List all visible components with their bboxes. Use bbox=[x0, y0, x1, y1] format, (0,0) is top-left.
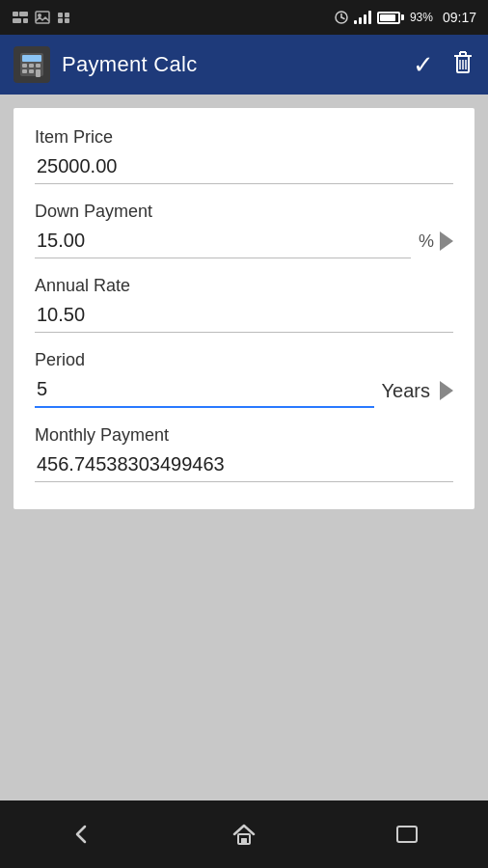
period-unit-label: Years bbox=[382, 380, 430, 408]
svg-rect-14 bbox=[22, 55, 41, 62]
battery-label: 93% bbox=[410, 11, 433, 24]
svg-rect-20 bbox=[36, 69, 41, 77]
svg-rect-9 bbox=[65, 18, 69, 23]
svg-rect-17 bbox=[36, 64, 41, 68]
svg-line-12 bbox=[341, 17, 344, 19]
clock-icon bbox=[335, 11, 348, 24]
period-label: Period bbox=[35, 350, 453, 370]
period-wrapper: Years bbox=[35, 374, 453, 408]
recents-button[interactable] bbox=[378, 810, 436, 858]
item-price-group: Item Price bbox=[35, 127, 453, 184]
period-unit-wrap: Years bbox=[374, 380, 453, 408]
monthly-payment-value: 456.74538303499463 bbox=[35, 449, 453, 482]
item-price-input[interactable] bbox=[35, 151, 453, 184]
svg-rect-15 bbox=[22, 64, 27, 68]
toolbar-actions: ✓ bbox=[413, 50, 474, 80]
time-label: 09:17 bbox=[443, 10, 476, 25]
period-group: Period Years bbox=[35, 350, 453, 408]
svg-rect-19 bbox=[29, 69, 34, 73]
monthly-payment-label: Monthly Payment bbox=[35, 425, 453, 446]
down-payment-group: Down Payment % bbox=[35, 202, 453, 258]
annual-rate-input[interactable] bbox=[35, 300, 453, 333]
recents-icon bbox=[393, 821, 420, 848]
down-payment-input[interactable] bbox=[35, 226, 411, 258]
calculator-icon bbox=[18, 51, 45, 78]
percent-label: % bbox=[419, 231, 434, 258]
svg-rect-0 bbox=[13, 12, 18, 16]
item-price-label: Item Price bbox=[35, 127, 453, 148]
svg-rect-18 bbox=[22, 69, 27, 73]
toolbar: Payment Calc ✓ bbox=[0, 35, 488, 95]
svg-rect-16 bbox=[29, 64, 34, 68]
period-input[interactable] bbox=[35, 374, 374, 408]
home-icon bbox=[230, 821, 258, 848]
period-input-wrap bbox=[35, 374, 374, 408]
battery-icon bbox=[377, 12, 404, 24]
svg-rect-7 bbox=[65, 13, 69, 17]
delete-button[interactable] bbox=[451, 50, 474, 80]
home-button[interactable] bbox=[215, 810, 273, 858]
svg-rect-1 bbox=[19, 12, 28, 16]
svg-rect-6 bbox=[58, 13, 63, 17]
trash-icon bbox=[451, 50, 474, 75]
svg-rect-30 bbox=[241, 838, 247, 844]
confirm-button[interactable]: ✓ bbox=[413, 50, 434, 80]
svg-rect-4 bbox=[36, 12, 49, 23]
bb-icon bbox=[56, 11, 71, 24]
main-content: Item Price Down Payment % Annual Rate Pe… bbox=[0, 95, 488, 800]
app-icon bbox=[14, 46, 50, 83]
svg-rect-3 bbox=[23, 18, 28, 23]
monthly-payment-group: Monthly Payment 456.74538303499463 bbox=[35, 425, 453, 482]
down-payment-wrapper: % bbox=[35, 226, 453, 258]
image-icon bbox=[35, 11, 50, 24]
svg-rect-2 bbox=[13, 18, 21, 23]
status-bar-left bbox=[12, 11, 71, 24]
menu-icon bbox=[12, 11, 29, 24]
down-payment-chevron[interactable] bbox=[440, 231, 453, 251]
annual-rate-group: Annual Rate bbox=[35, 276, 453, 333]
svg-rect-8 bbox=[58, 18, 63, 23]
down-payment-label: Down Payment bbox=[35, 202, 453, 222]
status-bar: 93% 09:17 bbox=[0, 0, 488, 35]
svg-rect-31 bbox=[397, 827, 417, 842]
period-chevron[interactable] bbox=[440, 381, 453, 400]
back-icon bbox=[68, 821, 95, 848]
bottom-nav bbox=[0, 800, 488, 868]
status-bar-right: 93% 09:17 bbox=[335, 10, 476, 25]
signal-icon bbox=[354, 11, 371, 24]
back-button[interactable] bbox=[52, 810, 110, 858]
annual-rate-label: Annual Rate bbox=[35, 276, 453, 296]
form-card: Item Price Down Payment % Annual Rate Pe… bbox=[14, 108, 474, 509]
down-payment-input-wrap bbox=[35, 226, 411, 258]
app-title: Payment Calc bbox=[62, 52, 401, 77]
